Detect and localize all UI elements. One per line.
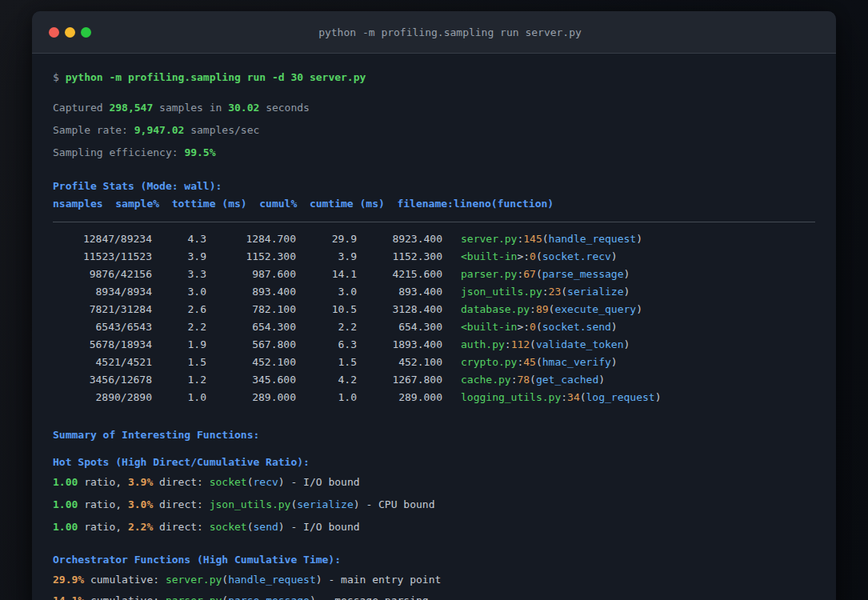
hot-ratio: 1.00 [53, 476, 78, 488]
row-cumul-pct: 4.2 [296, 371, 357, 389]
close-paren: ) [624, 268, 630, 280]
hot-ratio: 1.00 [53, 521, 78, 533]
row-lineno: 0 [530, 321, 536, 333]
table-row: 7821/312842.6782.10010.53128.400database… [53, 301, 815, 318]
hot-note: - CPU bound [360, 498, 435, 510]
row-cumtime: 1267.800 [357, 371, 442, 389]
row-lineno: 89 [536, 303, 549, 315]
row-sample-pct: 3.0 [152, 283, 206, 301]
orch-function: parse_message [228, 594, 310, 600]
minimize-button[interactable] [65, 27, 75, 38]
row-lineno: 34 [567, 391, 580, 403]
hot-file: json_utils.py [210, 498, 291, 510]
open-paren: ( [530, 374, 536, 386]
row-cumtime: 893.400 [357, 283, 442, 301]
row-location: <built-in>:0(socket.recv) [461, 248, 618, 266]
close-paren: ) [278, 521, 285, 533]
row-tottime: 893.400 [206, 283, 296, 301]
row-cumul-pct: 1.0 [296, 389, 357, 406]
row-location: auth.py:112(validate_token) [461, 336, 630, 354]
row-sample-pct: 2.2 [152, 318, 206, 336]
hot-function: recv [254, 476, 278, 488]
hot-ratio-label: ratio, [78, 498, 128, 510]
orchestrator-line: 14.1% cumulative: parser.py(parse_messag… [53, 593, 815, 600]
table-row: 5678/189341.9567.8006.31893.400auth.py:1… [53, 336, 815, 354]
open-paren: ( [580, 391, 586, 403]
close-button[interactable] [49, 27, 59, 38]
close-paren: ) [354, 498, 360, 510]
hot-direct-label: direct: [153, 521, 209, 533]
orch-pct: 14.1% [53, 594, 84, 600]
orch-note: - main entry point [322, 574, 442, 586]
row-lineno: 0 [530, 250, 536, 262]
row-location: <built-in>:0(socket.send) [461, 318, 618, 336]
row-function: handle_request [549, 233, 637, 245]
efficiency-line: Sampling efficiency: 99.5% [53, 145, 815, 161]
row-function: serialize [567, 286, 623, 298]
colon: : [505, 338, 511, 350]
hot-file: socket [210, 521, 247, 533]
hot-direct-pct: 2.2% [128, 521, 153, 533]
row-function: log_request [586, 391, 655, 403]
command-text: python -m profiling.sampling run -d 30 s… [66, 71, 366, 83]
profile-stats-heading: Profile Stats (Mode: wall): [53, 178, 815, 194]
row-tottime: 345.600 [206, 371, 296, 389]
row-cumtime: 3128.400 [357, 301, 442, 318]
row-lineno: 67 [523, 268, 536, 280]
row-nsamples: 3456/12678 [53, 371, 152, 389]
open-paren: ( [247, 521, 254, 533]
orch-note: - message parsing [316, 594, 429, 600]
row-tottime: 654.300 [206, 318, 296, 336]
row-cumtime: 654.300 [357, 318, 442, 336]
row-location: parser.py:67(parse_message) [461, 266, 630, 283]
sample-rate-value: 9,947.02 [134, 124, 185, 136]
row-sample-pct: 1.5 [152, 354, 206, 371]
open-paren: ( [542, 233, 549, 245]
row-sample-pct: 1.2 [152, 371, 206, 389]
row-location: logging_utils.py:34(log_request) [461, 389, 661, 406]
open-paren: ( [222, 574, 228, 586]
row-filename: <built-in [461, 250, 517, 262]
row-location: json_utils.py:23(serialize) [461, 283, 630, 301]
row-function: parse_message [542, 268, 624, 280]
row-filename: json_utils.py [461, 286, 542, 298]
colon: : [542, 286, 549, 298]
orch-label: cumulative: [84, 574, 166, 586]
row-filename: database.py [461, 303, 530, 315]
hot-note: - I/O bound [285, 521, 360, 533]
hot-ratio: 1.00 [53, 498, 78, 510]
colon: : [561, 391, 567, 403]
table-row: 11523/115233.91152.3003.91152.300<built-… [53, 248, 815, 266]
hot-direct-pct: 3.0% [128, 498, 153, 510]
row-sample-pct: 3.9 [152, 248, 206, 266]
hot-direct-label: direct: [153, 498, 209, 510]
sample-rate-line: Sample rate: 9,947.02 samples/sec [53, 122, 815, 138]
row-function: get_cached [536, 374, 598, 386]
sample-rate-label: Sample rate: [53, 124, 134, 136]
captured-label: Captured [53, 102, 109, 114]
hot-spot-line: 1.00 ratio, 2.2% direct: socket(send) - … [53, 519, 815, 535]
open-paren: ( [536, 321, 542, 333]
open-paren: ( [536, 268, 542, 280]
row-filename: parser.py [461, 268, 517, 280]
hot-function: serialize [297, 498, 353, 510]
row-cumul-pct: 2.2 [296, 318, 357, 336]
row-nsamples: 5678/18934 [53, 336, 152, 354]
window-title: python -m profiling.sampling run server.… [96, 26, 804, 38]
traffic-lights [32, 27, 96, 38]
close-paren: ) [278, 476, 285, 488]
orchestrator-line: 29.9% cumulative: server.py(handle_reque… [53, 572, 815, 588]
terminal-window: python -m profiling.sampling run server.… [32, 11, 836, 600]
command-line: $ python -m profiling.sampling run -d 30… [53, 70, 815, 86]
close-paren: ) [655, 391, 662, 403]
terminal-output: $ python -m profiling.sampling run -d 30… [32, 54, 836, 600]
efficiency-value: 99.5% [184, 146, 215, 158]
open-paren: ( [536, 250, 542, 262]
row-function: socket.send [542, 321, 611, 333]
maximize-button[interactable] [81, 27, 91, 38]
row-filename: server.py [461, 233, 517, 245]
close-paren: ) [310, 594, 316, 600]
row-lineno: 145 [523, 233, 542, 245]
row-sample-pct: 4.3 [152, 230, 206, 248]
table-columns-header: nsamples sample% tottime (ms) cumul% cum… [53, 196, 815, 212]
